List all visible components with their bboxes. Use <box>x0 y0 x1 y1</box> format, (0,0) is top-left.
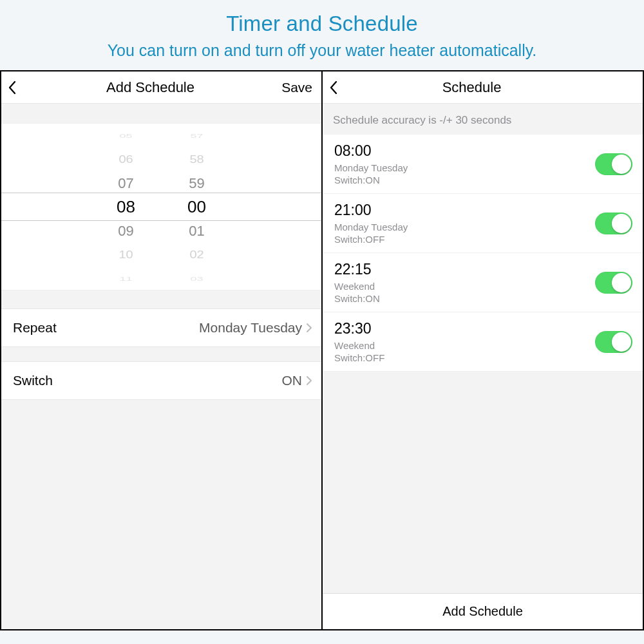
schedule-days: Weekend <box>334 340 384 351</box>
back-button[interactable] <box>329 80 348 95</box>
chevron-right-icon <box>306 323 312 333</box>
switch-row[interactable]: Switch ON <box>1 361 321 400</box>
screen-add-schedule: Add Schedule Save 05 06 07 08 09 10 11 5… <box>0 70 322 630</box>
schedule-switch: Switch:OFF <box>334 234 408 245</box>
schedule-row[interactable]: 22:15 Weekend Switch:ON <box>323 253 643 312</box>
chevron-left-icon <box>329 80 338 95</box>
schedule-toggle[interactable] <box>595 272 632 294</box>
schedule-switch: Switch:ON <box>334 293 380 304</box>
time-picker[interactable]: 05 06 07 08 09 10 11 57 58 59 00 01 02 0… <box>1 123 321 290</box>
picker-value: 05 <box>119 129 132 142</box>
schedule-row[interactable]: 08:00 Monday Tuesday Switch:ON <box>323 135 643 194</box>
picker-value: 11 <box>119 272 132 285</box>
picker-value: 59 <box>189 171 204 195</box>
toggle-knob <box>612 155 631 174</box>
schedule-days: Weekend <box>334 281 380 292</box>
schedule-time: 21:00 <box>334 202 408 219</box>
repeat-label: Repeat <box>13 320 57 336</box>
schedule-row[interactable]: 23:30 Weekend Switch:OFF <box>323 312 643 372</box>
picker-value: 02 <box>189 244 204 264</box>
marketing-banner: Timer and Schedule You can turn on and t… <box>0 0 644 70</box>
banner-title: Timer and Schedule <box>0 12 644 36</box>
picker-value: 01 <box>189 219 204 243</box>
navbar: Add Schedule Save <box>1 71 321 104</box>
add-schedule-button[interactable]: Add Schedule <box>323 593 643 629</box>
chevron-right-icon <box>306 375 312 386</box>
chevron-left-icon <box>8 80 17 95</box>
toggle-knob <box>612 214 631 233</box>
accuracy-note: Schedule accuracy is -/+ 30 seconds <box>323 104 643 135</box>
schedule-toggle[interactable] <box>595 153 632 175</box>
picker-value: 58 <box>189 149 204 169</box>
repeat-value: Monday Tuesday <box>199 320 302 336</box>
page-title: Add Schedule <box>27 79 274 96</box>
screen-schedule-list: Schedule Schedule accuracy is -/+ 30 sec… <box>322 70 644 630</box>
schedule-days: Monday Tuesday <box>334 162 408 173</box>
picker-value: 57 <box>190 129 203 142</box>
picker-value: 07 <box>118 171 133 195</box>
navbar: Schedule <box>323 71 643 104</box>
save-button[interactable]: Save <box>274 80 312 95</box>
back-button[interactable] <box>8 80 27 95</box>
picker-value: 09 <box>118 219 133 243</box>
schedule-toggle[interactable] <box>595 213 632 234</box>
banner-subtitle: You can turn on and turn off your water … <box>0 41 644 60</box>
schedule-switch: Switch:OFF <box>334 352 384 363</box>
picker-value: 03 <box>190 272 203 285</box>
schedule-list: 08:00 Monday Tuesday Switch:ON 21:00 Mon… <box>323 135 643 372</box>
schedule-toggle[interactable] <box>595 331 632 353</box>
switch-value: ON <box>282 373 303 388</box>
switch-label: Switch <box>13 373 53 388</box>
hour-column[interactable]: 05 06 07 08 09 10 11 <box>107 124 146 290</box>
schedule-time: 08:00 <box>334 142 408 160</box>
page-title: Schedule <box>348 79 595 96</box>
toggle-knob <box>612 332 631 352</box>
picker-value-selected: 00 <box>187 195 206 219</box>
schedule-time: 23:30 <box>334 320 384 337</box>
schedule-time: 22:15 <box>334 261 380 278</box>
toggle-knob <box>612 273 631 292</box>
minute-column[interactable]: 57 58 59 00 01 02 03 <box>178 124 216 290</box>
picker-value-selected: 08 <box>117 195 135 219</box>
picker-value: 06 <box>118 149 133 169</box>
schedule-switch: Switch:ON <box>334 175 408 185</box>
schedule-days: Monday Tuesday <box>334 222 408 232</box>
picker-value: 10 <box>118 244 133 264</box>
schedule-row[interactable]: 21:00 Monday Tuesday Switch:OFF <box>323 194 643 253</box>
repeat-row[interactable]: Repeat Monday Tuesday <box>1 308 321 347</box>
